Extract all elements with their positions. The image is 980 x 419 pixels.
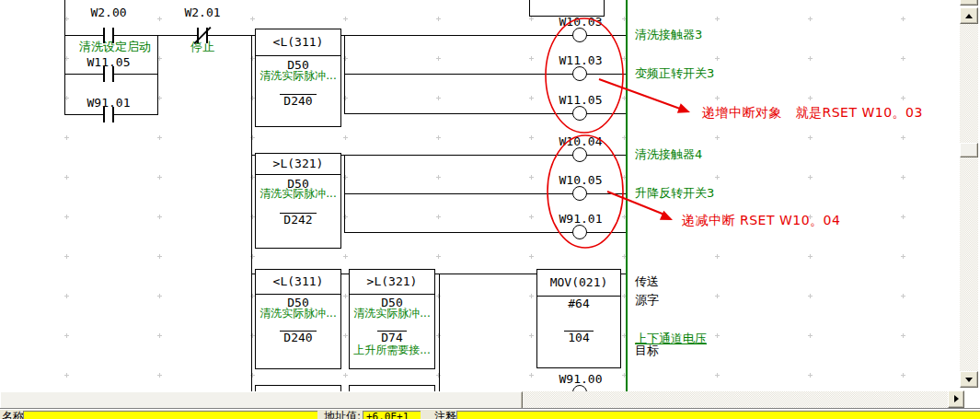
wire <box>251 35 252 391</box>
address-value-field[interactable]: +6.0E+1 <box>363 411 421 419</box>
grid-mark <box>157 215 162 219</box>
contact-gap <box>105 113 112 116</box>
scroll-right-icon <box>954 395 959 402</box>
coil-address-label: W10.05 <box>559 175 604 186</box>
contact-bar-left <box>103 66 105 82</box>
contact-bar-left <box>103 28 105 43</box>
grid-mark <box>343 373 348 378</box>
coil-comment: 清洗接触器3 <box>635 29 702 41</box>
contact-w2-00[interactable] <box>100 28 117 43</box>
coil-comment: 清洗接触器4 <box>635 148 702 160</box>
block-title: >L(321) <box>256 154 340 175</box>
grid-mark <box>901 56 905 61</box>
block-operand: D74 <box>350 331 434 343</box>
grid-mark <box>529 56 534 61</box>
block-operand: D240 <box>256 331 340 343</box>
grid-mark <box>343 17 348 21</box>
grid-mark <box>64 294 69 298</box>
plc-ladder-editor-window: W2.00清洗设定启动W2.01停止W11.05W91.01<L(311)D50… <box>0 0 980 419</box>
wire <box>344 155 345 233</box>
grid-mark <box>529 96 534 100</box>
block-title: MOV(021) <box>537 270 620 297</box>
block-operand: 清洗实际脉冲... <box>256 188 340 199</box>
contact-address-label: W2.01 <box>183 7 221 18</box>
grid-mark <box>715 135 720 140</box>
block-operand: #64 <box>537 298 620 309</box>
scrollbar-corner <box>964 391 980 410</box>
grid-mark <box>808 56 813 61</box>
grid-mark <box>64 333 69 338</box>
grid-mark <box>157 333 162 338</box>
block-operand-overlined: D240 <box>280 94 316 107</box>
coil-w10-04[interactable] <box>572 147 587 162</box>
grid-mark <box>715 96 720 100</box>
grid-mark <box>529 215 534 219</box>
vertical-scroll-track[interactable] <box>960 24 978 371</box>
contact-w2-01[interactable] <box>194 28 211 43</box>
contact-w11-05[interactable] <box>100 66 117 82</box>
horizontal-scroll-thumb[interactable] <box>0 391 523 410</box>
grid-mark <box>901 175 905 180</box>
coil-w91-01[interactable] <box>572 225 587 239</box>
grid-mark <box>436 175 441 180</box>
wire <box>157 35 158 115</box>
grid-mark <box>901 333 905 338</box>
coil-w11-05[interactable] <box>572 106 587 121</box>
partial-block-above <box>529 0 605 17</box>
block-operand: 104 <box>537 331 620 343</box>
grid-mark <box>436 135 441 140</box>
name-field[interactable] <box>23 411 317 419</box>
block-operand: 上升所需要接... <box>350 344 434 355</box>
grid-mark <box>808 294 813 298</box>
block--l-311--0[interactable]: <L(311)D50清洗实际脉冲...D240 <box>255 29 341 127</box>
block--l-311--2[interactable]: <L(311)D50清洗实际脉冲...D240 <box>255 269 341 369</box>
grid-mark <box>808 175 813 180</box>
horizontal-scrollbar[interactable] <box>0 391 948 410</box>
coil-comment: 变频正转开关3 <box>635 67 714 79</box>
coil-w11-03[interactable] <box>572 66 587 81</box>
contact-address-label: W2.00 <box>89 7 127 18</box>
scroll-up-icon <box>965 14 973 18</box>
block-operand-overlined: 104 <box>564 331 593 343</box>
grid-mark <box>715 373 720 378</box>
contact-w91-01[interactable] <box>100 107 117 122</box>
grid-mark <box>157 254 162 259</box>
coil-address-label: W91.00 <box>559 374 604 385</box>
grid-mark <box>436 56 441 61</box>
block-operand-overlined: D242 <box>280 213 316 226</box>
coil-w10-03[interactable] <box>572 28 587 42</box>
block--l-321--1[interactable]: >L(321)D50清洗实际脉冲...D242 <box>255 153 341 249</box>
coil-address-label: W91.01 <box>559 214 604 225</box>
grid-mark <box>250 17 255 21</box>
scroll-right-button[interactable] <box>948 390 964 408</box>
grid-mark <box>901 373 905 378</box>
coil-comment: 升降反转开关3 <box>635 187 714 199</box>
contact-gap <box>105 34 112 37</box>
grid-mark <box>808 254 813 259</box>
grid-mark <box>64 373 69 378</box>
wire <box>64 35 255 36</box>
grid-mark <box>529 17 534 21</box>
annotation-text-2: 递减中断 RSET W10。04 <box>682 214 840 227</box>
coil-w10-05[interactable] <box>572 186 587 201</box>
address-value-label: 地址值: <box>324 411 361 419</box>
ladder-canvas[interactable]: W2.00清洗设定启动W2.01停止W11.05W91.01<L(311)D50… <box>0 0 980 419</box>
grid-mark <box>901 135 905 140</box>
vertical-scrollbar[interactable] <box>960 7 978 388</box>
coil-address-label: W11.03 <box>559 55 604 66</box>
grid-mark <box>715 254 720 259</box>
scroll-up-button[interactable] <box>960 7 978 24</box>
block-operand: D242 <box>256 213 340 226</box>
comment-field[interactable] <box>456 411 980 419</box>
block-title: <L(311) <box>256 29 340 56</box>
contact-bar-right <box>112 28 114 43</box>
block--l-321--3[interactable]: >L(321)D50清洗实际脉冲...D74上升所需要接... <box>349 269 435 369</box>
annotation-overlay <box>0 0 980 419</box>
scroll-down-button[interactable] <box>960 371 978 388</box>
grid-mark <box>715 56 720 61</box>
mov-operand-label: 源字 <box>635 294 659 306</box>
block-mov-021--4[interactable]: MOV(021)#64104 <box>536 269 621 368</box>
grid-mark <box>715 333 720 338</box>
grid-mark <box>808 373 813 378</box>
vertical-scroll-thumb[interactable] <box>960 143 978 157</box>
